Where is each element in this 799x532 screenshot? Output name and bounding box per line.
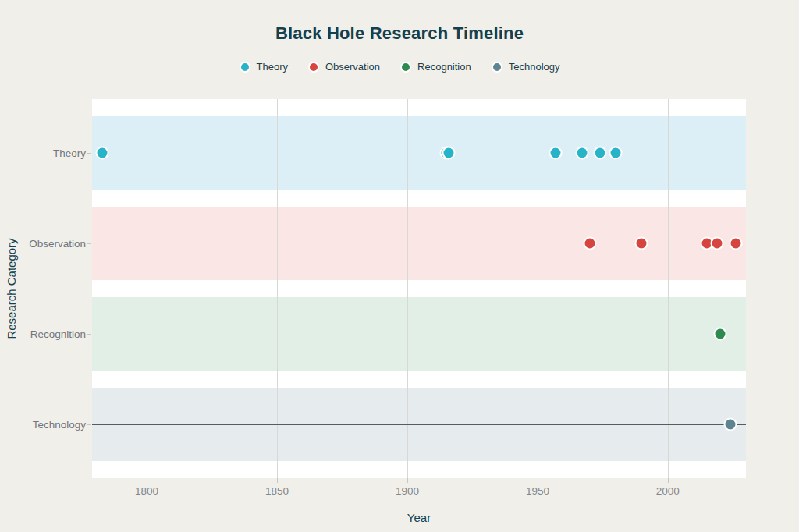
legend-item-observation[interactable]: Observation <box>308 61 380 73</box>
category-label-theory: Theory <box>0 147 86 159</box>
point-observation-1990[interactable] <box>635 237 648 250</box>
x-tick-mark-1900 <box>407 478 408 483</box>
gridline-2000 <box>668 99 669 478</box>
x-tick-mark-2000 <box>668 478 669 483</box>
point-theory-1916[interactable] <box>442 147 456 160</box>
x-tick-label-1800: 1800 <box>123 485 170 497</box>
x-tick-label-1850: 1850 <box>254 485 300 497</box>
x-axis-title: Year <box>92 511 746 524</box>
point-observation-2026[interactable] <box>729 237 742 250</box>
legend-label-observation: Observation <box>325 61 380 73</box>
legend-label-technology: Technology <box>509 61 560 73</box>
baseline-technology <box>92 424 746 425</box>
y-tick-mark-technology <box>87 424 91 425</box>
legend-label-recognition: Recognition <box>417 61 471 73</box>
category-band-recognition <box>92 297 746 371</box>
x-tick-mark-1800 <box>147 478 147 483</box>
legend-dot-theory <box>240 62 250 73</box>
x-tick-label-1950: 1950 <box>514 485 561 497</box>
legend: TheoryObservationRecognitionTechnology <box>0 61 799 73</box>
legend-item-theory[interactable]: Theory <box>240 61 288 73</box>
legend-label-theory: Theory <box>257 61 288 73</box>
x-tick-mark-1850 <box>277 478 278 483</box>
gridline-1900 <box>407 99 408 478</box>
point-theory-1974[interactable] <box>594 147 607 160</box>
y-tick-mark-observation <box>87 243 91 244</box>
y-tick-mark-theory <box>87 153 91 154</box>
point-theory-1957[interactable] <box>549 147 563 160</box>
x-tick-mark-1950 <box>538 478 538 483</box>
gridline-1800 <box>147 99 147 478</box>
point-observation-2019[interactable] <box>711 237 724 250</box>
gridline-1950 <box>538 99 538 478</box>
point-theory-1980[interactable] <box>609 147 623 160</box>
point-technology-2024[interactable] <box>723 418 737 431</box>
x-tick-label-2000: 2000 <box>645 485 691 497</box>
gridline-1850 <box>277 99 278 478</box>
category-label-technology: Technology <box>0 419 86 431</box>
y-tick-mark-recognition <box>87 334 91 335</box>
point-recognition-2020[interactable] <box>713 328 726 341</box>
point-theory-1783[interactable] <box>96 147 109 160</box>
legend-item-technology[interactable]: Technology <box>492 61 560 73</box>
legend-item-recognition[interactable]: Recognition <box>400 61 471 73</box>
x-tick-label-1900: 1900 <box>384 485 431 497</box>
chart-title: Black Hole Research Timeline <box>0 23 799 44</box>
category-band-theory <box>92 116 746 190</box>
point-theory-1967[interactable] <box>575 147 588 160</box>
plot-area <box>92 99 746 478</box>
chart-canvas: Black Hole Research Timeline TheoryObser… <box>0 0 799 532</box>
legend-dot-observation <box>308 62 319 73</box>
y-axis-title: Research Category <box>5 238 18 339</box>
legend-dot-recognition <box>400 62 411 73</box>
legend-dot-technology <box>492 62 502 73</box>
point-observation-1970[interactable] <box>583 237 596 250</box>
